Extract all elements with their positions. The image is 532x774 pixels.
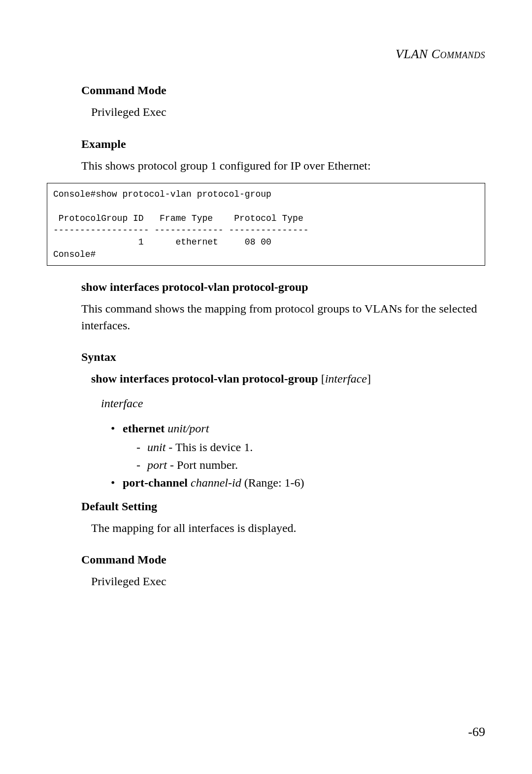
heading-show-interfaces: show interfaces protocol-vlan protocol-g… xyxy=(81,281,485,294)
bullet-ethernet: ethernet unit/port unit - This is device… xyxy=(111,420,485,473)
console-output: Console#show protocol-vlan protocol-grou… xyxy=(47,183,485,266)
ethernet-keyword: ethernet xyxy=(123,422,165,435)
syntax-bracket-close: ] xyxy=(367,372,371,385)
text-command-mode-2: Privileged Exec xyxy=(91,573,485,590)
portchannel-arg: channel-id xyxy=(188,476,241,489)
syntax-bracket-open: [ xyxy=(318,372,325,385)
text-example-intro: This shows protocol group 1 configured f… xyxy=(81,158,485,175)
ethernet-args: unit/port xyxy=(165,422,209,435)
text-command-mode-1: Privileged Exec xyxy=(91,104,485,121)
heading-example: Example xyxy=(81,138,485,151)
unit-label: unit xyxy=(147,441,166,454)
syntax-cmd-bold: show interfaces protocol-vlan protocol-g… xyxy=(91,372,318,385)
text-default-setting: The mapping for all interfaces is displa… xyxy=(91,520,485,537)
heading-default-setting: Default Setting xyxy=(81,500,485,513)
port-label: port xyxy=(147,458,167,471)
dash-port: port - Port number. xyxy=(136,456,485,474)
text-show-interfaces-desc: This command shows the mapping from prot… xyxy=(81,301,485,334)
port-desc: - Port number. xyxy=(167,458,238,471)
portchannel-range: (Range: 1-6) xyxy=(241,476,304,489)
syntax-bullet-list: ethernet unit/port unit - This is device… xyxy=(111,420,485,492)
heading-command-mode-1: Command Mode xyxy=(81,84,485,97)
unit-desc: - This is device 1. xyxy=(166,441,253,454)
ethernet-sublist: unit - This is device 1. port - Port num… xyxy=(136,438,485,474)
dash-unit: unit - This is device 1. xyxy=(136,438,485,456)
heading-command-mode-2: Command Mode xyxy=(81,553,485,566)
running-header: VLAN Commands xyxy=(396,47,485,62)
syntax-interface-label: interface xyxy=(101,395,485,412)
heading-syntax: Syntax xyxy=(81,351,485,364)
syntax-param-interface: interface xyxy=(325,372,367,385)
portchannel-keyword: port-channel xyxy=(123,476,188,489)
bullet-port-channel: port-channel channel-id (Range: 1-6) xyxy=(111,474,485,492)
syntax-line: show interfaces protocol-vlan protocol-g… xyxy=(91,371,485,387)
page-number: -69 xyxy=(468,725,485,739)
